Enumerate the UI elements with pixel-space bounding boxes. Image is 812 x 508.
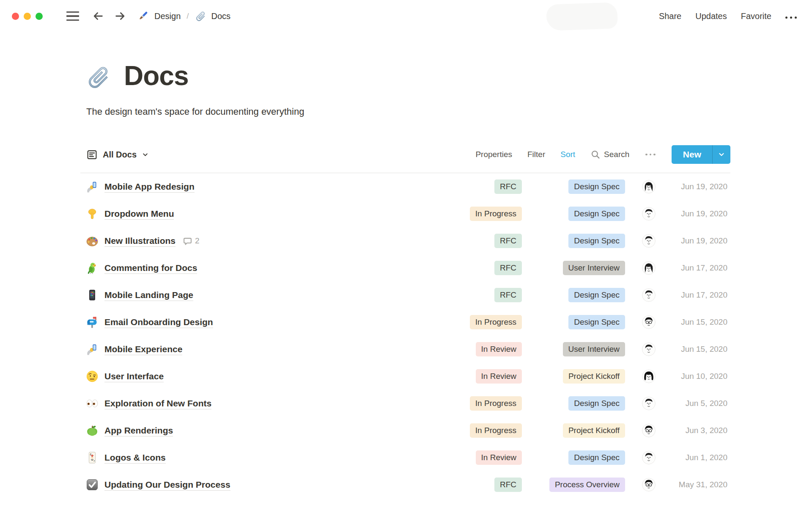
doc-title-link[interactable]: Mobile Experience [104,344,182,354]
doc-title-link[interactable]: Commenting for Docs [104,263,197,273]
sort-button[interactable]: Sort [560,150,575,159]
doc-title-link[interactable]: Email Onboarding Design [104,317,213,327]
avatar [642,478,656,491]
doc-date: Jun 15, 2020 [670,318,730,327]
new-button-label[interactable]: New [672,145,712,164]
status-badge[interactable]: RFC [494,261,522,275]
status-badge[interactable]: In Progress [470,396,522,411]
doc-title-link[interactable]: Mobile App Redesign [104,182,195,192]
zoom-window-button[interactable] [36,13,43,20]
doc-emoji-icon [86,451,99,464]
type-badge[interactable]: User Interview [563,261,625,275]
breadcrumb-item-design[interactable]: Design [137,10,181,22]
breadcrumb: Design / Docs [137,10,230,22]
doc-emoji-icon [86,424,99,437]
doc-emoji-icon [86,180,99,193]
status-badge[interactable]: RFC [494,478,522,492]
doc-title-link[interactable]: Dropdown Menu [104,209,174,219]
avatar [642,207,656,221]
properties-button[interactable]: Properties [475,150,512,159]
status-badge[interactable]: In Progress [470,207,522,221]
comment-count[interactable]: 2 [183,236,200,246]
page-title: Docs [124,62,189,90]
type-badge[interactable]: Design Spec [568,234,625,248]
doc-emoji-icon [86,289,99,301]
filter-button[interactable]: Filter [527,150,545,159]
breadcrumb-separator: / [187,11,189,21]
docs-table: Mobile App Redesign RFC Design Spec Jun … [80,173,730,498]
doc-title-link[interactable]: Logos & Icons [104,453,166,463]
doc-date: Jun 19, 2020 [670,182,730,191]
type-badge[interactable]: Design Spec [568,396,625,411]
sidebar-menu-icon[interactable] [66,11,79,21]
doc-title-link[interactable]: Updating Our Design Process [104,480,230,490]
search-button[interactable]: Search [590,149,629,160]
table-row[interactable]: Mobile Landing Page RFC Design Spec Jun … [80,282,730,309]
doc-date: Jun 10, 2020 [670,372,730,381]
table-row[interactable]: Updating Our Design Process RFC Process … [80,471,730,498]
back-arrow-icon[interactable] [92,10,104,22]
doc-date: Jun 5, 2020 [670,399,730,408]
type-badge[interactable]: Design Spec [568,207,625,221]
status-badge[interactable]: In Progress [470,423,522,438]
avatar [642,451,656,464]
traffic-lights [12,13,43,20]
doc-date: Jun 17, 2020 [670,290,730,300]
type-badge[interactable]: Design Spec [568,315,625,329]
type-badge[interactable]: Design Spec [568,179,625,194]
doc-emoji-icon [86,235,99,247]
doc-date: Jun 1, 2020 [670,453,730,462]
table-row[interactable]: Commenting for Docs RFC User Interview J… [80,254,730,282]
paperclip-icon [195,11,206,22]
page-paperclip-icon [86,65,111,90]
doc-emoji-icon [86,262,99,274]
status-badge[interactable]: RFC [494,179,522,194]
status-badge[interactable]: RFC [494,234,522,248]
new-button[interactable]: New [672,145,730,164]
table-row[interactable]: New Illustrations 2 RFC Design Spec Jun … [80,227,730,254]
doc-title-link[interactable]: Exploration of New Fonts [104,398,211,409]
new-button-chevron-icon[interactable] [713,145,730,164]
toolbar-more-icon[interactable] [645,154,656,156]
type-badge[interactable]: Project Kickoff [563,423,625,438]
table-row[interactable]: Mobile App Redesign RFC Design Spec Jun … [80,173,730,200]
status-badge[interactable]: In Review [476,369,522,384]
search-icon [590,149,601,160]
table-row[interactable]: App Renderings In Progress Project Kicko… [80,417,730,444]
view-switcher-all-docs[interactable]: All Docs [86,149,149,160]
status-badge[interactable]: In Progress [470,315,522,329]
chevron-down-icon [142,151,149,158]
type-badge[interactable]: Project Kickoff [563,369,625,384]
avatar [642,234,656,248]
more-options-icon[interactable] [785,14,797,19]
close-window-button[interactable] [12,13,19,20]
type-badge[interactable]: Process Overview [549,478,625,492]
table-row[interactable]: Email Onboarding Design In Progress Desi… [80,309,730,336]
status-badge[interactable]: In Review [476,342,522,356]
doc-emoji-icon [86,397,99,410]
minimize-window-button[interactable] [24,13,31,20]
updates-button[interactable]: Updates [695,11,727,21]
avatar [642,424,656,437]
doc-emoji-icon [86,207,99,220]
type-badge[interactable]: Design Spec [568,450,625,465]
table-row[interactable]: Exploration of New Fonts In Progress Des… [80,390,730,417]
table-row[interactable]: User Interface In Review Project Kickoff… [80,363,730,390]
share-button[interactable]: Share [659,11,681,21]
breadcrumb-item-docs[interactable]: Docs [195,11,231,22]
status-badge[interactable]: RFC [494,288,522,302]
table-row[interactable]: Dropdown Menu In Progress Design Spec Ju… [80,200,730,227]
type-badge[interactable]: Design Spec [568,288,625,302]
favorite-button[interactable]: Favorite [741,11,771,21]
doc-title-link[interactable]: User Interface [104,371,164,381]
status-badge[interactable]: In Review [476,450,522,465]
doc-title-link[interactable]: New Illustrations [104,236,176,246]
forward-arrow-icon[interactable] [114,10,126,22]
doc-title-link[interactable]: Mobile Landing Page [104,290,193,300]
type-badge[interactable]: User Interview [563,342,625,356]
table-row[interactable]: Logos & Icons In Review Design Spec Jun … [80,444,730,471]
view-label: All Docs [103,150,137,160]
doc-title-link[interactable]: App Renderings [104,425,173,436]
table-row[interactable]: Mobile Experience In Review User Intervi… [80,336,730,363]
avatar [642,261,656,275]
